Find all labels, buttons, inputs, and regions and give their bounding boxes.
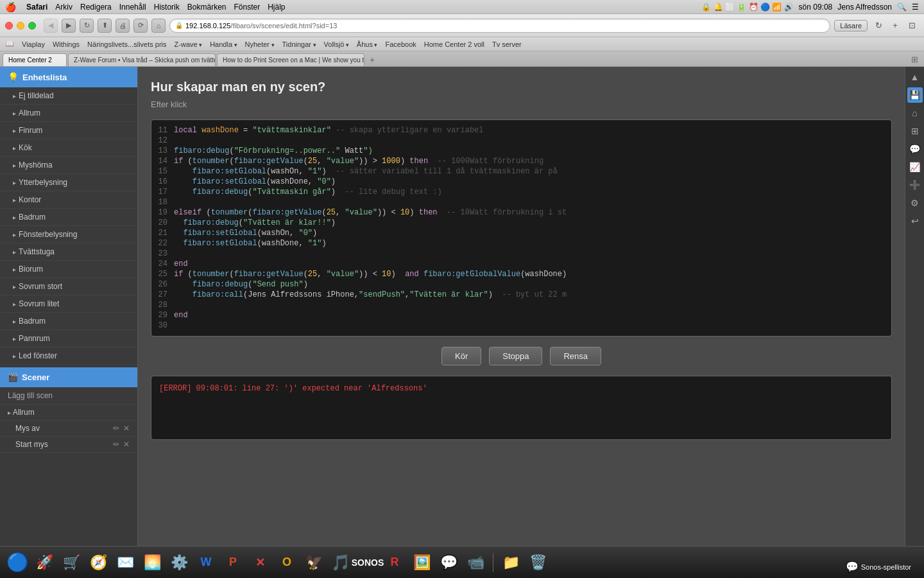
address-bar[interactable]: 🔒 192.168.0.125 /fibaro/sv/scenes/edit.h… — [169, 19, 830, 33]
scenes-header[interactable]: 🎬 Scener — [0, 367, 137, 387]
minimize-window-button[interactable] — [17, 22, 24, 30]
rs-add-button[interactable]: ➕ — [907, 177, 923, 193]
rs-chat-button[interactable]: 💬 — [907, 141, 923, 157]
stop-button[interactable]: Stoppa — [489, 347, 542, 365]
sidebar-item-ej-tilldelad[interactable]: ▸ Ej tilldelad — [0, 87, 137, 105]
run-button[interactable]: Kör — [441, 347, 481, 365]
dock-mail[interactable]: ✉️ — [113, 550, 137, 575]
sidebar-item-tvattstuga[interactable]: ▸ Tvättstuga — [0, 243, 137, 261]
sidebar-item-biorum[interactable]: ▸ Biorum — [0, 261, 137, 278]
dock-trash[interactable]: 🗑️ — [526, 550, 550, 575]
menu-redigera[interactable]: Redigera — [80, 3, 112, 12]
forward-button[interactable]: ▶ — [62, 19, 76, 33]
clear-button[interactable]: Rensa — [550, 347, 601, 365]
dock-cross[interactable]: ✕ — [248, 550, 272, 575]
sidebar-item-finrum[interactable]: ▸ Finrum — [0, 122, 137, 139]
menu-innehall[interactable]: Innehåll — [119, 3, 146, 12]
bookmark-ahus[interactable]: Åhus — [357, 40, 378, 48]
bookmark-vollsjo[interactable]: Vollsjö — [324, 40, 349, 48]
bookmark-tidningar[interactable]: Tidningar — [282, 40, 316, 48]
bookmark-naringslivet[interactable]: Näringslivets...slivets pris — [87, 40, 166, 48]
bookmark-nyheter[interactable]: Nyheter — [245, 40, 275, 48]
edit-scene-icon[interactable]: ✏ — [113, 440, 119, 449]
dock-photos[interactable]: 🌅 — [140, 550, 164, 575]
sidebar-item-kok[interactable]: ▸ Kök — [0, 139, 137, 157]
reload-icon[interactable]: ↻ — [871, 19, 886, 33]
add-scene-button[interactable]: Lägg till scen — [0, 387, 137, 405]
dock-appstore[interactable]: 🛒 — [59, 550, 83, 575]
device-list-header[interactable]: 💡 Enhetslista — [0, 67, 137, 87]
scene-mys-av[interactable]: Mys av ✏ ✕ — [0, 421, 137, 437]
sidebar-toggle[interactable]: ⊡ — [905, 19, 919, 33]
reader-button[interactable]: Läsare — [834, 20, 868, 31]
menu-bookmarks[interactable]: Bokmärken — [187, 3, 227, 12]
add-tab-toolbar[interactable]: + — [888, 19, 902, 33]
dock-facetime[interactable]: 📹 — [463, 550, 488, 575]
dock-finder[interactable]: 🔵 — [5, 550, 30, 575]
scene-group-allrum[interactable]: ▸ Allrum — [0, 405, 137, 421]
tab-home-center[interactable]: Home Center 2 — [3, 53, 67, 66]
dock-settings[interactable]: ⚙️ — [167, 550, 191, 575]
sidebar-item-badrum[interactable]: ▸ Badrum — [0, 209, 137, 226]
apple-menu[interactable]: 🍎 — [5, 2, 16, 12]
sidebar-item-badrum2[interactable]: ▸ Badrum — [0, 313, 137, 330]
bookmark-homecenter[interactable]: Home Center 2 voll — [424, 40, 484, 48]
bookmark-withings[interactable]: Withings — [53, 40, 80, 48]
bookmark-viaplay[interactable]: Viaplay — [22, 40, 45, 48]
dock-sonos[interactable]: SONOS — [355, 550, 380, 575]
dock-music[interactable]: 🎵 — [329, 550, 353, 575]
delete-scene-icon[interactable]: ✕ — [123, 440, 130, 449]
sidebar-item-led-fonster[interactable]: ▸ Led fönster — [0, 347, 137, 365]
bookmark-zwave[interactable]: Z-wave — [175, 40, 203, 48]
sidebar-item-allrum[interactable]: ▸ Allrum — [0, 105, 137, 122]
dock-opus[interactable]: O — [275, 550, 299, 575]
menu-fonster[interactable]: Fönster — [234, 3, 261, 12]
rs-logout-button[interactable]: ↩ — [907, 213, 923, 229]
dock-finder2[interactable]: 📁 — [499, 550, 523, 575]
back-button[interactable]: ◀ — [44, 19, 58, 33]
tab-zwave-forum[interactable]: Z-Wave Forum • Visa tråd – Skicka push o… — [68, 53, 216, 66]
delete-scene-icon[interactable]: ✕ — [123, 424, 130, 433]
scene-start-mys[interactable]: Start mys ✏ ✕ — [0, 437, 137, 453]
refresh2-button[interactable]: ⟳ — [133, 19, 148, 33]
sidebar-item-sovrum-stort[interactable]: ▸ Sovrum stort — [0, 278, 137, 295]
tab-list-button[interactable]: ⊞ — [907, 52, 921, 66]
sidebar-item-sovrum-litet[interactable]: ▸ Sovrum litet — [0, 295, 137, 313]
rs-chart-button[interactable]: 📈 — [907, 159, 923, 175]
tab-printscreen[interactable]: How to do Print Screen on a Mac | We sho… — [217, 53, 364, 66]
bookmark-tvserver[interactable]: Tv server — [492, 40, 522, 48]
dock-safari[interactable]: 🧭 — [86, 550, 110, 575]
dock-messages[interactable]: 💬 — [436, 550, 461, 575]
bookmark-handla[interactable]: Handla — [210, 40, 237, 48]
print-button[interactable]: 🖨 — [116, 19, 130, 33]
dock-launchpad[interactable]: 🚀 — [32, 550, 56, 575]
dock-powerpoint[interactable]: P — [221, 550, 245, 575]
menu-safari[interactable]: Safari — [26, 3, 47, 12]
menu-arkiv[interactable]: Arkiv — [55, 3, 73, 12]
menu-hjalp[interactable]: Hjälp — [268, 3, 285, 12]
reload-button[interactable]: ↻ — [80, 19, 94, 33]
maximize-window-button[interactable] — [28, 22, 36, 30]
add-tab-button[interactable]: + — [366, 53, 379, 66]
menubar-search-icon[interactable]: 🔍 — [897, 3, 907, 12]
close-window-button[interactable] — [5, 22, 13, 30]
sidebar-item-kontor[interactable]: ▸ Kontor — [0, 191, 137, 209]
share-button[interactable]: ⬆ — [98, 19, 112, 33]
sidebar-item-pannrum[interactable]: ▸ Pannrum — [0, 330, 137, 347]
bookmark-facebook[interactable]: Facebook — [385, 40, 416, 48]
rs-save-button[interactable]: 💾 — [907, 87, 923, 103]
dock-r[interactable]: R — [382, 550, 407, 575]
sidebar-item-myshorna[interactable]: ▸ Myshörna — [0, 157, 137, 174]
sidebar-item-ytterbelysning[interactable]: ▸ Ytterbelysning — [0, 174, 137, 191]
home-button[interactable]: ⌂ — [151, 19, 166, 33]
rs-home-button[interactable]: ⌂ — [907, 105, 923, 121]
rs-up-button[interactable]: ▲ — [907, 69, 923, 85]
sidebar-item-fonsterbelysning[interactable]: ▸ Fönsterbelysning — [0, 226, 137, 243]
code-editor[interactable]: 11 local washDone = "tvättmaskinklar" --… — [151, 119, 892, 337]
dock-word[interactable]: W — [194, 550, 218, 575]
rs-settings-button[interactable]: ⚙ — [907, 195, 923, 211]
edit-scene-icon[interactable]: ✏ — [113, 424, 119, 433]
menubar-list-icon[interactable]: ☰ — [912, 3, 919, 12]
rs-grid-button[interactable]: ⊞ — [907, 123, 923, 139]
dock-photos2[interactable]: 🖼️ — [409, 550, 434, 575]
